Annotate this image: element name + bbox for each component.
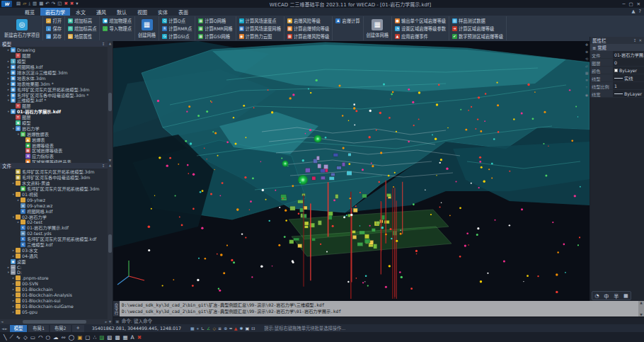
file-tree-item[interactable]: K01-岩石力学展示.kdf bbox=[0, 225, 113, 231]
view-layers-icon[interactable]: ≡ bbox=[585, 78, 588, 82]
polygon-tool-icon[interactable]: ◇ bbox=[23, 334, 28, 341]
file-tree-item[interactable]: ▸03-水文 bbox=[0, 247, 113, 253]
file-tree-item[interactable]: ▾02-岩石力学 bbox=[0, 214, 113, 220]
file-tree-item[interactable]: K三维模型.kdf bbox=[0, 242, 113, 248]
model-tree-item[interactable]: ▸§模型 bbox=[0, 59, 113, 64]
calc-windfield-point-button[interactable]: ⊢计算风场速度点 bbox=[239, 17, 281, 24]
ribbon-tab-水文[interactable]: 水文 bbox=[71, 8, 91, 16]
window-icon[interactable]: ◱ bbox=[57, 0, 62, 8]
scroll-thumb[interactable] bbox=[108, 234, 112, 253]
new-file-icon[interactable]: ▤ bbox=[16, 0, 21, 8]
rockburst-calc-button[interactable]: ♟岩爆计算 bbox=[335, 17, 360, 24]
pin-icon[interactable]: ↧ bbox=[102, 164, 105, 168]
property-value[interactable]: 实线 bbox=[613, 74, 644, 81]
block-insert-icon[interactable]: ▣ bbox=[77, 334, 82, 341]
apply-rockburst-event-button[interactable]: ▲应用岩爆事件 bbox=[395, 33, 446, 40]
view-grid-icon[interactable]: ▦ bbox=[585, 71, 589, 75]
output-region-rockburst-button[interactable]: ●输出单个区域岩爆等级 bbox=[395, 17, 446, 24]
add-physical-point-button[interactable]: ●增加物理点 bbox=[103, 17, 131, 24]
sample-test-data-button[interactable]: ▥样品测试数据 bbox=[452, 17, 503, 24]
ribbon-tab-默认[interactable]: 默认 bbox=[112, 8, 132, 16]
circle-tool-icon[interactable]: ○ bbox=[45, 334, 50, 341]
qat-dropdown-icon[interactable]: ▾ bbox=[76, 0, 78, 8]
save-as-button[interactable]: ▤另存 bbox=[46, 33, 62, 40]
save-button[interactable]: ⤓保存 bbox=[46, 25, 62, 32]
file-tree-item[interactable]: ▦毛坪矿区河东片区开拓系统模型.3dm bbox=[0, 186, 113, 192]
print-icon[interactable]: ▦ bbox=[39, 0, 43, 8]
scroll-thumb[interactable] bbox=[23, 320, 86, 324]
layout-tab-布局1[interactable]: 布局1 bbox=[28, 325, 49, 332]
polar-track-icon[interactable]: ∠ bbox=[207, 326, 210, 331]
3d-viewport-scene[interactable] bbox=[113, 41, 590, 301]
maximize-button[interactable]: ▢ bbox=[628, 1, 633, 7]
workspace-icon[interactable]: ✱ bbox=[239, 326, 243, 331]
snap-icon[interactable]: ⌖ bbox=[197, 326, 199, 331]
view-pan-icon[interactable]: ✥ bbox=[585, 42, 588, 47]
property-row-颜色[interactable]: 颜色ByLayer bbox=[590, 67, 644, 74]
calc-q-point-button[interactable]: Q计算Q点 bbox=[162, 17, 192, 24]
model-tree-item[interactable]: ≡图层 bbox=[0, 53, 113, 59]
hatch-tool-icon[interactable]: ▨ bbox=[99, 334, 104, 341]
erase-tool-icon[interactable]: ✖ bbox=[137, 334, 142, 341]
layout-tab-+[interactable]: + bbox=[72, 325, 84, 332]
model-tree-item[interactable]: ◆模型 bbox=[0, 120, 113, 126]
file-tree-item[interactable]: ▣桌面 bbox=[0, 258, 113, 264]
file-tree-item[interactable]: ▸▭C: bbox=[0, 264, 113, 270]
spline-tool-icon[interactable]: ∾ bbox=[62, 334, 66, 341]
file-tree-item[interactable]: ▸04-通风 bbox=[0, 253, 113, 258]
ellipse-tool-icon[interactable]: ◯ bbox=[69, 334, 74, 341]
ribbon-tab-通风[interactable]: 通风 bbox=[91, 8, 111, 16]
scroll-up-icon[interactable]: ▲ bbox=[109, 42, 111, 45]
gradient-tool-icon[interactable]: ▧ bbox=[107, 334, 112, 341]
model-tree-item[interactable]: ◉岩爆等级表 bbox=[0, 142, 113, 148]
property-value[interactable]: ByLayer bbox=[613, 90, 644, 97]
model-tree-item[interactable]: ▸▤Drawing bbox=[0, 47, 113, 53]
file-tree-item[interactable]: ▸02-test bbox=[0, 220, 113, 225]
ortho-icon[interactable]: ∟ bbox=[201, 326, 205, 331]
3d-viewport[interactable] bbox=[113, 41, 590, 301]
region-tool-icon[interactable]: ▩ bbox=[115, 334, 120, 341]
calc-rockburst-tendency-button[interactable]: ▦计算岩爆倾向等级 bbox=[287, 25, 329, 32]
ribbon-tab-视图[interactable]: 视图 bbox=[132, 8, 152, 16]
table-tool-icon[interactable]: ▦ bbox=[122, 334, 127, 341]
create-volume-mesh-button[interactable]: ▦创建体网格 bbox=[364, 16, 392, 40]
calc-gsi-grid-button[interactable]: ▦计算GSI网格 bbox=[198, 33, 232, 40]
tab-scroll-right-icon[interactable]: ► bbox=[5, 326, 8, 331]
collapse-ribbon-icon[interactable]: ▲ bbox=[632, 8, 636, 14]
line-tool-icon[interactable]: ╲ bbox=[4, 334, 7, 341]
make-block-icon[interactable]: ▢ bbox=[85, 334, 90, 341]
view-zoom-icon[interactable]: ⊕ bbox=[585, 50, 588, 54]
collapse-icon[interactable]: ≡ bbox=[592, 45, 596, 50]
model-tree-item[interactable]: ▸▦毛坪矿区河东片区开拓系统模型.3dm bbox=[0, 86, 113, 92]
polyline-tool-icon[interactable]: ∿ bbox=[16, 334, 21, 341]
file-tree-item[interactable]: ▸水文资料-黄迪 bbox=[0, 181, 113, 186]
undo-icon[interactable]: ↶ bbox=[45, 0, 49, 8]
osnap-icon[interactable]: ◇ bbox=[212, 326, 216, 331]
command-panel-tab[interactable]: 命令行 bbox=[113, 301, 120, 317]
file-tree-item[interactable]: ▸00-SVN bbox=[0, 281, 113, 287]
model-tree-item[interactable]: ▾▦三维模型.kdf * bbox=[0, 98, 113, 103]
property-value[interactable]: ByLayer bbox=[613, 67, 644, 74]
model-tree-item[interactable]: ▸▦毛坪矿区河东各中段巷道模型.3dm * bbox=[0, 92, 113, 98]
calc-thermal-cloud-button[interactable]: ◉计算热力云图 bbox=[239, 33, 281, 40]
layout-tab-布局2[interactable]: 布局2 bbox=[50, 325, 71, 332]
property-value[interactable]: 1 bbox=[613, 82, 644, 89]
command-input[interactable]: ▣ 命令: 键入命令 bbox=[113, 317, 644, 324]
model-tree-item[interactable]: ▸▦地表水体.3dm bbox=[0, 75, 113, 81]
file-tree-item[interactable]: ▸.pnpm-store bbox=[0, 275, 113, 281]
rectangle-tool-icon[interactable]: ▭ bbox=[30, 334, 35, 341]
file-tree-item[interactable]: ▸09-yhwz bbox=[0, 197, 113, 203]
grid-snap-icon[interactable]: ▦ bbox=[190, 326, 195, 331]
pin-icon[interactable]: ↧ bbox=[102, 42, 105, 46]
scroll-left-icon[interactable]: ◄ bbox=[1, 320, 3, 324]
properties-group-header[interactable]: ≡常规 bbox=[590, 44, 644, 51]
view-light-icon[interactable]: ◉ bbox=[585, 93, 588, 97]
file-tree-item[interactable]: ▾01-视频 bbox=[0, 192, 113, 198]
tab-scroll-left-icon[interactable]: ◄ bbox=[1, 326, 4, 331]
ribbon-tab-岩石力学[interactable]: 岩石力学 bbox=[40, 8, 70, 16]
import-physical-point-button[interactable]: ∴导入物理点 bbox=[103, 25, 131, 32]
add-elevation-point-button[interactable]: ⊡增加标高点 bbox=[68, 25, 96, 32]
digital-predict-rockburst-button[interactable]: ✔数字预测区域岩爆等级 bbox=[452, 33, 503, 40]
ime-cn-label[interactable]: 中 bbox=[604, 292, 609, 300]
scroll-up-icon[interactable]: ▲ bbox=[109, 164, 111, 167]
